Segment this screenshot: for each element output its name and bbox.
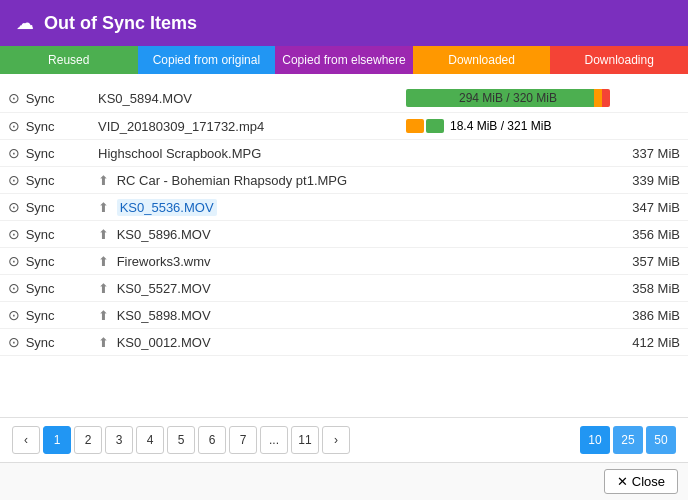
- table-row: ⊙ Sync ⬆ KS0_5898.MOV 386 MiB: [0, 302, 688, 329]
- table-row: ⊙ Sync ⬆ KS0_5536.MOV 347 MiB: [0, 194, 688, 221]
- content-area: ⊙ Sync KS0_5894.MOV 294 MiB / 320 MiB: [0, 74, 688, 417]
- page-1-button[interactable]: 1: [43, 426, 71, 454]
- sync-label: Sync: [26, 227, 55, 242]
- progress-cell: [398, 221, 618, 248]
- progress-text: 18.4 MiB / 321 MiB: [450, 119, 551, 133]
- sync-icon: ⊙: [8, 307, 20, 323]
- close-label: ✕ Close: [617, 474, 665, 489]
- sync-icon: ⊙: [8, 253, 20, 269]
- next-page-button[interactable]: ›: [322, 426, 350, 454]
- progress-cell: 18.4 MiB / 321 MiB: [398, 113, 618, 140]
- table-row: ⊙ Sync ⬆ Fireworks3.wmv 357 MiB: [0, 248, 688, 275]
- page-3-button[interactable]: 3: [105, 426, 133, 454]
- page-11-button[interactable]: 11: [291, 426, 319, 454]
- page-2-button[interactable]: 2: [74, 426, 102, 454]
- page-ellipsis: ...: [260, 426, 288, 454]
- sync-icon: ⊙: [8, 226, 20, 242]
- footer-bar: ‹ 1 2 3 4 5 6 7 ... 11 › 10 25 50: [0, 417, 688, 462]
- page-size-10-button[interactable]: 10: [580, 426, 610, 454]
- file-size: 386 MiB: [618, 302, 688, 329]
- sync-label: Sync: [26, 200, 55, 215]
- file-name: VID_20180309_171732.mp4: [98, 119, 264, 134]
- sync-icon: ⊙: [8, 172, 20, 188]
- table-row: ⊙ Sync ⬆ KS0_5896.MOV 356 MiB: [0, 221, 688, 248]
- window: ☁ Out of Sync Items Reused Copied from o…: [0, 0, 688, 500]
- sync-icon: ⊙: [8, 334, 20, 350]
- sync-label: Sync: [26, 119, 55, 134]
- legend-downloaded: Downloaded: [413, 46, 551, 74]
- file-size: 339 MiB: [618, 167, 688, 194]
- file-name: RC Car - Bohemian Rhapsody pt1.MPG: [117, 173, 347, 188]
- upload-icon: ⬆: [98, 173, 109, 188]
- table-row: ⊙ Sync VID_20180309_171732.mp4 18.4 MiB …: [0, 113, 688, 140]
- progress-cell: [398, 248, 618, 275]
- page-6-button[interactable]: 6: [198, 426, 226, 454]
- header: ☁ Out of Sync Items: [0, 0, 688, 46]
- file-name: KS0_5898.MOV: [117, 308, 211, 323]
- progress-cell: 294 MiB / 320 MiB: [398, 84, 618, 113]
- progress-cell: [398, 140, 618, 167]
- sync-icon: ⊙: [8, 280, 20, 296]
- table-row: ⊙ Sync KS0_5894.MOV 294 MiB / 320 MiB: [0, 84, 688, 113]
- sync-label: Sync: [26, 335, 55, 350]
- upload-icon: ⬆: [98, 200, 109, 215]
- page-size-25-button[interactable]: 25: [613, 426, 643, 454]
- legend-bar: Reused Copied from original Copied from …: [0, 46, 688, 74]
- sync-label: Sync: [26, 173, 55, 188]
- upload-icon: ⬆: [98, 254, 109, 269]
- sync-icon: ⊙: [8, 145, 20, 161]
- progress-text: 294 MiB / 320 MiB: [406, 89, 610, 107]
- sync-label: Sync: [26, 281, 55, 296]
- table-row: ⊙ Sync ⬆ KS0_5527.MOV 358 MiB: [0, 275, 688, 302]
- sync-icon: ⊙: [8, 118, 20, 134]
- close-bar: ✕ Close: [0, 462, 688, 500]
- progress-cell: [398, 194, 618, 221]
- progress-cell: [398, 167, 618, 194]
- file-size: 412 MiB: [618, 329, 688, 356]
- legend-copied-elsewhere: Copied from elsewhere: [275, 46, 413, 74]
- upload-icon: ⬆: [98, 227, 109, 242]
- prev-page-button[interactable]: ‹: [12, 426, 40, 454]
- progress-cell: [398, 302, 618, 329]
- sync-label: Sync: [26, 254, 55, 269]
- legend-reused: Reused: [0, 46, 138, 74]
- sync-label: Sync: [26, 308, 55, 323]
- page-7-button[interactable]: 7: [229, 426, 257, 454]
- small-block-orange: [406, 119, 424, 133]
- file-name: KS0_5896.MOV: [117, 227, 211, 242]
- file-name: KS0_5894.MOV: [98, 91, 192, 106]
- file-size: [618, 84, 688, 113]
- sync-icon: ⊙: [8, 199, 20, 215]
- table-row: ⊙ Sync Highschool Scrapbook.MPG 337 MiB: [0, 140, 688, 167]
- file-name: Highschool Scrapbook.MPG: [98, 146, 261, 161]
- page-4-button[interactable]: 4: [136, 426, 164, 454]
- sync-label: Sync: [26, 146, 55, 161]
- table-row: ⊙ Sync ⬆ KS0_0012.MOV 412 MiB: [0, 329, 688, 356]
- pagination: ‹ 1 2 3 4 5 6 7 ... 11 ›: [12, 426, 350, 454]
- page-title: Out of Sync Items: [44, 13, 197, 34]
- file-name-highlighted: KS0_5536.MOV: [117, 199, 217, 216]
- upload-icon: ⬆: [98, 335, 109, 350]
- cloud-icon: ☁: [16, 12, 34, 34]
- progress-cell: [398, 275, 618, 302]
- file-size: 337 MiB: [618, 140, 688, 167]
- sync-icon: ⊙: [8, 90, 20, 106]
- page-size-50-button[interactable]: 50: [646, 426, 676, 454]
- legend-downloading: Downloading: [550, 46, 688, 74]
- files-table: ⊙ Sync KS0_5894.MOV 294 MiB / 320 MiB: [0, 84, 688, 356]
- file-size: 357 MiB: [618, 248, 688, 275]
- file-size: 356 MiB: [618, 221, 688, 248]
- sync-label: Sync: [26, 91, 55, 106]
- file-size: 358 MiB: [618, 275, 688, 302]
- page-size-buttons: 10 25 50: [580, 426, 676, 454]
- file-name: KS0_5527.MOV: [117, 281, 211, 296]
- small-progress: 18.4 MiB / 321 MiB: [406, 119, 610, 133]
- close-button[interactable]: ✕ Close: [604, 469, 678, 494]
- table-row: ⊙ Sync ⬆ RC Car - Bohemian Rhapsody pt1.…: [0, 167, 688, 194]
- small-block-green: [426, 119, 444, 133]
- upload-icon: ⬆: [98, 281, 109, 296]
- upload-icon: ⬆: [98, 308, 109, 323]
- legend-copied-original: Copied from original: [138, 46, 276, 74]
- page-5-button[interactable]: 5: [167, 426, 195, 454]
- file-name: Fireworks3.wmv: [117, 254, 211, 269]
